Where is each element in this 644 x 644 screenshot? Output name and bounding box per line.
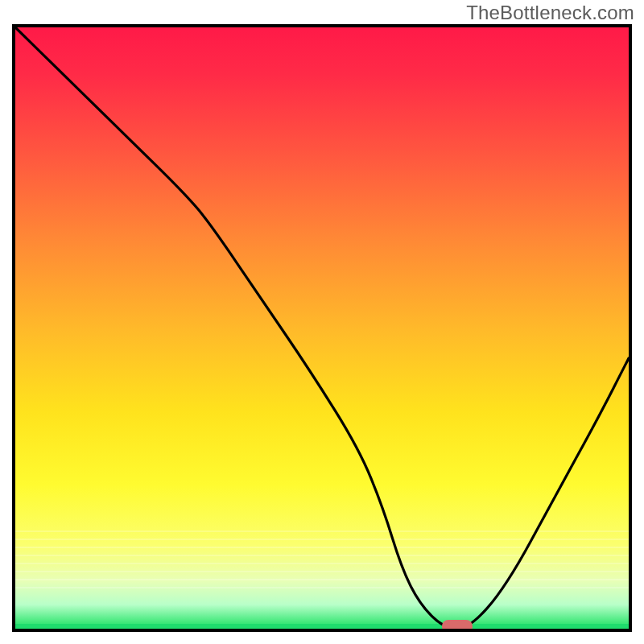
watermark-text: TheBottleneck.com bbox=[466, 2, 634, 24]
plot-area bbox=[12, 24, 632, 632]
chart-stage: TheBottleneck.com bbox=[0, 0, 644, 644]
optimal-marker bbox=[442, 620, 473, 632]
bottleneck-curve bbox=[15, 27, 629, 629]
